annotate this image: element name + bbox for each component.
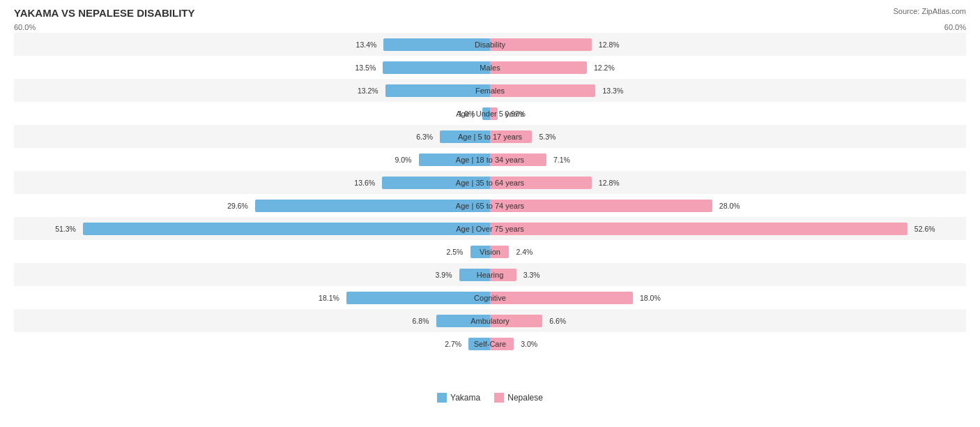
right-bar bbox=[490, 61, 587, 74]
legend: Yakama Nepalese bbox=[14, 393, 966, 403]
chart-row: 13.4% Disability 12.8% bbox=[14, 33, 966, 56]
left-value: 29.6% bbox=[227, 202, 250, 210]
left-bar bbox=[83, 223, 490, 235]
chart-row: 2.5% Vision 2.4% bbox=[14, 240, 966, 263]
left-value: 51.3% bbox=[55, 225, 77, 233]
center-label: Age | 18 to 34 years bbox=[456, 156, 524, 164]
left-value: 2.7% bbox=[445, 340, 463, 348]
right-value: 3.0% bbox=[519, 340, 537, 348]
chart-row: 29.6% Age | 65 to 74 years 28.0% bbox=[14, 194, 966, 217]
left-bar bbox=[383, 61, 490, 74]
right-value: 12.8% bbox=[597, 179, 620, 187]
right-bar bbox=[490, 84, 595, 97]
left-bar bbox=[346, 292, 490, 304]
nepalese-color-box bbox=[494, 393, 504, 403]
right-value: 7.1% bbox=[552, 156, 570, 164]
right-value: 12.8% bbox=[597, 40, 620, 49]
axis-left: 60.0% bbox=[14, 23, 36, 31]
legend-nepalese: Nepalese bbox=[494, 393, 543, 403]
left-value: 13.4% bbox=[356, 40, 378, 49]
bar-section: 13.6% Age | 35 to 64 years 12.8% bbox=[14, 171, 966, 194]
center-label: Vision bbox=[480, 248, 500, 256]
right-value: 28.0% bbox=[718, 202, 740, 210]
bar-section: 6.3% Age | 5 to 17 years 5.3% bbox=[14, 125, 966, 148]
chart-row: 3.9% Hearing 3.3% bbox=[14, 263, 966, 286]
bar-section: 6.8% Ambulatory 6.6% bbox=[14, 309, 966, 332]
bar-section: 2.5% Vision 2.4% bbox=[14, 240, 966, 263]
center-label: Self-Care bbox=[474, 340, 506, 348]
right-value: 52.6% bbox=[913, 225, 935, 233]
chart-area: 13.4% Disability 12.8% 13.5% Males 12.2%… bbox=[14, 33, 966, 390]
right-value: 2.4% bbox=[514, 248, 533, 256]
chart-title: YAKAMA VS NEPALESE DISABILITY bbox=[14, 7, 966, 19]
chart-row: 13.5% Males 12.2% bbox=[14, 56, 966, 79]
left-value: 2.5% bbox=[447, 248, 465, 256]
bar-section: 29.6% Age | 65 to 74 years 28.0% bbox=[14, 194, 966, 217]
nepalese-label: Nepalese bbox=[507, 393, 543, 403]
left-value: 13.2% bbox=[358, 87, 380, 95]
left-value: 9.0% bbox=[395, 156, 413, 164]
chart-row: 1.0% Age | Under 5 years 0.97% bbox=[14, 102, 966, 125]
right-value: 5.3% bbox=[537, 133, 556, 141]
center-label: Disability bbox=[475, 40, 505, 49]
axis-labels: 60.0% 60.0% bbox=[14, 23, 966, 31]
chart-row: 2.7% Self-Care 3.0% bbox=[14, 332, 966, 355]
left-value: 13.6% bbox=[354, 179, 376, 187]
left-value: 3.9% bbox=[436, 271, 454, 279]
left-value: 6.3% bbox=[416, 133, 434, 141]
chart-row: 51.3% Age | Over 75 years 52.6% bbox=[14, 217, 966, 240]
center-label: Age | Under 5 years bbox=[456, 110, 524, 118]
center-label: Cognitive bbox=[474, 294, 506, 302]
chart-row: 6.8% Ambulatory 6.6% bbox=[14, 309, 966, 332]
right-value: 6.6% bbox=[548, 317, 566, 325]
chart-row: 18.1% Cognitive 18.0% bbox=[14, 286, 966, 309]
bar-section: 18.1% Cognitive 18.0% bbox=[14, 286, 966, 309]
left-value: 13.5% bbox=[355, 63, 377, 72]
center-label: Age | 35 to 64 years bbox=[456, 179, 524, 187]
bar-section: 13.5% Males 12.2% bbox=[14, 56, 966, 79]
bar-section: 13.4% Disability 12.8% bbox=[14, 33, 966, 56]
right-value: 13.3% bbox=[601, 87, 623, 95]
right-value: 3.3% bbox=[522, 271, 540, 279]
bar-section: 1.0% Age | Under 5 years 0.97% bbox=[14, 102, 966, 125]
center-label: Age | 5 to 17 years bbox=[458, 133, 522, 141]
bar-section: 13.2% Females 13.3% bbox=[14, 79, 966, 102]
bar-section: 51.3% Age | Over 75 years 52.6% bbox=[14, 217, 966, 240]
axis-right: 60.0% bbox=[944, 23, 966, 31]
chart-row: 9.0% Age | 18 to 34 years 7.1% bbox=[14, 148, 966, 171]
bar-section: 2.7% Self-Care 3.0% bbox=[14, 332, 966, 355]
legend-yakama: Yakama bbox=[437, 393, 480, 403]
left-bar bbox=[385, 84, 490, 97]
bar-section: 9.0% Age | 18 to 34 years 7.1% bbox=[14, 148, 966, 171]
chart-row: 13.6% Age | 35 to 64 years 12.8% bbox=[14, 171, 966, 194]
center-label: Ambulatory bbox=[470, 317, 510, 325]
center-label: Age | Over 75 years bbox=[456, 225, 524, 233]
left-value: 18.1% bbox=[319, 294, 341, 302]
chart-row: 6.3% Age | 5 to 17 years 5.3% bbox=[14, 125, 966, 148]
source-label: Source: ZipAtlas.com bbox=[893, 7, 966, 15]
center-label: Females bbox=[475, 87, 505, 95]
chart-row: 13.2% Females 13.3% bbox=[14, 79, 966, 102]
chart-container: YAKAMA VS NEPALESE DISABILITY Source: Zi… bbox=[0, 0, 980, 427]
left-value: 6.8% bbox=[413, 317, 431, 325]
left-bar bbox=[255, 200, 490, 212]
yakama-color-box bbox=[437, 393, 447, 403]
center-label: Males bbox=[480, 63, 500, 72]
right-value: 18.0% bbox=[638, 294, 661, 302]
center-label: Age | 65 to 74 years bbox=[456, 202, 524, 210]
right-bar bbox=[490, 223, 908, 235]
center-label: Hearing bbox=[477, 271, 504, 279]
bar-section: 3.9% Hearing 3.3% bbox=[14, 263, 966, 286]
right-value: 12.2% bbox=[592, 63, 615, 72]
yakama-label: Yakama bbox=[450, 393, 480, 403]
right-bar bbox=[490, 292, 633, 304]
